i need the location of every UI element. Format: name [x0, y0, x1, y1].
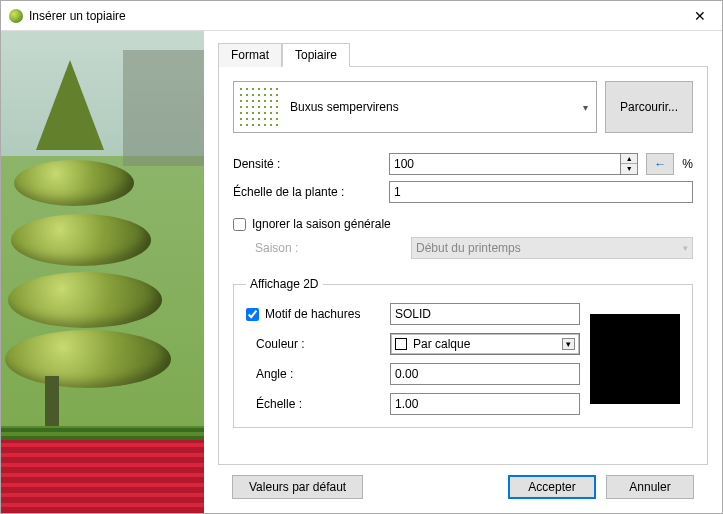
- plant-thumbnail: [238, 86, 280, 128]
- arrow-left-icon: ←: [654, 157, 666, 171]
- color-value: Par calque: [413, 337, 470, 351]
- density-unit: %: [682, 157, 693, 171]
- hatch-pattern-checkbox[interactable]: [246, 308, 259, 321]
- density-input[interactable]: [389, 153, 621, 175]
- cancel-button[interactable]: Annuler: [606, 475, 694, 499]
- display-2d-group: Affichage 2D Motif de hachures Couleur :: [233, 277, 693, 428]
- tab-bar: Format Topiaire: [218, 43, 708, 67]
- ignore-season-label: Ignorer la saison générale: [252, 217, 391, 231]
- dialog-window: Insérer un topiaire ✕ Format Topiaire: [0, 0, 723, 514]
- spin-down-icon[interactable]: ▼: [621, 164, 637, 174]
- plant-scale-label: Échelle de la plante :: [233, 185, 381, 199]
- dialog-footer: Valeurs par défaut Accepter Annuler: [218, 465, 708, 513]
- hatch-scale-label: Échelle :: [256, 397, 380, 411]
- spin-up-icon[interactable]: ▲: [621, 154, 637, 164]
- chevron-down-icon: ▾: [562, 338, 575, 350]
- display-2d-legend: Affichage 2D: [246, 277, 323, 291]
- ignore-season-checkbox[interactable]: [233, 218, 246, 231]
- tab-topiary[interactable]: Topiaire: [282, 43, 350, 67]
- plant-scale-input[interactable]: [389, 181, 693, 203]
- season-dropdown: Début du printemps ▾: [411, 237, 693, 259]
- preview-image: [1, 31, 204, 513]
- hatch-pattern-label: Motif de hachures: [265, 307, 360, 321]
- dialog-body: Format Topiaire Buxus sempervirens ▾ Par…: [1, 31, 722, 513]
- density-reset-button[interactable]: ←: [646, 153, 674, 175]
- defaults-button[interactable]: Valeurs par défaut: [232, 475, 363, 499]
- season-value: Début du printemps: [416, 241, 521, 255]
- plant-dropdown[interactable]: Buxus sempervirens ▾: [233, 81, 597, 133]
- color-label: Couleur :: [256, 337, 380, 351]
- close-button[interactable]: ✕: [678, 1, 722, 31]
- content-area: Format Topiaire Buxus sempervirens ▾ Par…: [204, 31, 722, 513]
- angle-input[interactable]: [390, 363, 580, 385]
- window-title: Insérer un topiaire: [29, 9, 678, 23]
- titlebar: Insérer un topiaire ✕: [1, 1, 722, 31]
- tab-format[interactable]: Format: [218, 43, 282, 67]
- angle-label: Angle :: [256, 367, 380, 381]
- browse-button[interactable]: Parcourir...: [605, 81, 693, 133]
- chevron-down-icon: ▾: [583, 102, 588, 113]
- tab-panel-topiary: Buxus sempervirens ▾ Parcourir... Densit…: [218, 66, 708, 465]
- accept-button[interactable]: Accepter: [508, 475, 596, 499]
- plant-name: Buxus sempervirens: [290, 100, 573, 114]
- hatch-scale-input[interactable]: [390, 393, 580, 415]
- season-label: Saison :: [255, 241, 403, 255]
- chevron-down-icon: ▾: [683, 243, 688, 253]
- color-swatch-icon: [395, 338, 407, 350]
- hatch-pattern-input[interactable]: [390, 303, 580, 325]
- color-dropdown[interactable]: Par calque ▾: [390, 333, 580, 355]
- density-spinner[interactable]: ▲▼: [389, 153, 638, 175]
- density-label: Densité :: [233, 157, 381, 171]
- hatch-preview-swatch: [590, 314, 680, 404]
- app-icon: [9, 9, 23, 23]
